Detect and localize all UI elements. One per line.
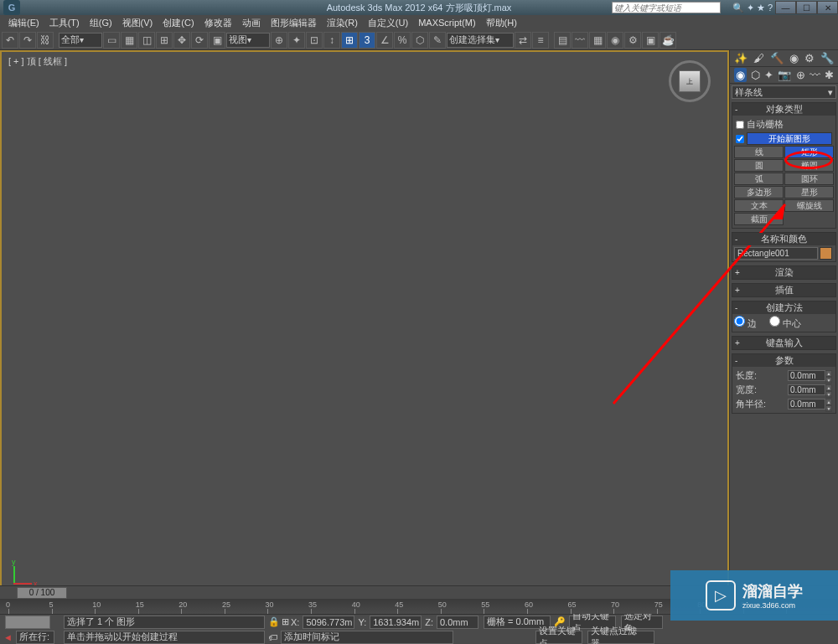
x-coord[interactable]: 5096.773m — [303, 616, 354, 629]
btn-section[interactable]: 截面 — [734, 213, 784, 225]
viewport[interactable]: [ + ] 顶 [ 线框 ] 上 y x — [0, 50, 729, 603]
start-new-check[interactable]: 开始新图形 — [734, 131, 834, 146]
coord-dropdown[interactable]: 视图 ▾ — [226, 33, 270, 48]
menu-animation[interactable]: 动画 — [237, 15, 266, 31]
auto-grid-check[interactable]: 自动栅格 — [734, 117, 834, 131]
category-dropdown[interactable]: 样条线▾ — [732, 85, 836, 99]
timeline-tick[interactable]: 40 — [354, 609, 398, 614]
schematic-button[interactable]: ▦ — [589, 32, 606, 49]
z-coord[interactable]: 0.0mm — [437, 616, 478, 629]
star-icon[interactable]: ★ — [757, 3, 765, 13]
menu-group[interactable]: 组(G) — [85, 15, 117, 31]
corner-spinner[interactable]: ▲▼ — [825, 399, 832, 410]
maximize-button[interactable]: ☐ — [796, 1, 817, 14]
close-button[interactable]: ✕ — [817, 1, 838, 14]
key-filter-button[interactable]: 关键点过滤器... — [587, 631, 654, 644]
create-systems-icon[interactable]: ✱ — [825, 69, 834, 81]
link-button[interactable]: ⛓ — [37, 32, 54, 49]
object-name-input[interactable] — [734, 247, 818, 260]
menu-view[interactable]: 视图(V) — [117, 15, 158, 31]
material-button[interactable]: ◉ — [607, 32, 623, 49]
spinner-snap-button[interactable]: ⬡ — [411, 32, 428, 49]
width-input[interactable] — [788, 384, 825, 395]
axis-button[interactable]: ↕ — [323, 32, 340, 49]
brush-icon[interactable]: 🖌 — [753, 52, 764, 64]
display-icon[interactable]: ◉ — [789, 52, 799, 64]
named-selection-dropdown[interactable]: 创建选择集 ▾ — [447, 33, 514, 48]
btn-helix[interactable]: 螺旋线 — [784, 199, 834, 212]
menu-tools[interactable]: 工具(T) — [44, 15, 85, 31]
object-type-header[interactable]: -对象类型 — [732, 103, 835, 116]
render-setup-button[interactable]: ⚙ — [624, 32, 641, 49]
timeline-tick[interactable]: 30 — [267, 609, 311, 614]
interp-header[interactable]: +插值 — [732, 284, 835, 296]
set-key-button[interactable]: 设置关键点 — [535, 631, 582, 644]
viewcube[interactable]: 上 — [669, 60, 711, 102]
scale-button[interactable]: ▣ — [209, 32, 225, 49]
length-spinner[interactable]: ▲▼ — [825, 370, 832, 381]
y-coord[interactable]: 1631.934m — [370, 616, 422, 629]
timeline-tick[interactable]: 60 — [527, 609, 571, 614]
search-icon[interactable]: 🔍 — [732, 3, 744, 13]
creation-header[interactable]: -创建方法 — [732, 301, 835, 314]
create-cameras-icon[interactable]: 📷 — [778, 69, 791, 81]
pivot-button[interactable]: ⊕ — [271, 32, 287, 49]
timeline-tick[interactable]: 15 — [138, 609, 182, 614]
curr-row[interactable]: 所在行: — [16, 631, 54, 644]
menu-graph[interactable]: 图形编辑器 — [266, 15, 322, 31]
create-geom-icon[interactable]: ◉ — [734, 68, 747, 82]
help-search-input[interactable] — [612, 2, 721, 13]
render-header[interactable]: +渲染 — [732, 266, 835, 279]
menu-render[interactable]: 渲染(R) — [322, 15, 363, 31]
select-button[interactable]: ▭ — [103, 32, 120, 49]
btn-arc[interactable]: 弧 — [734, 173, 784, 185]
object-color-swatch[interactable] — [820, 247, 832, 260]
width-spinner[interactable]: ▲▼ — [825, 384, 832, 395]
timeline-tick[interactable]: 35 — [311, 609, 354, 614]
wand-icon[interactable]: ✨ — [734, 52, 747, 64]
timeline-tick[interactable]: 70 — [613, 609, 657, 614]
edit-named-button[interactable]: ✎ — [429, 32, 446, 49]
tool-icon[interactable]: ✦ — [747, 3, 754, 13]
corner-input[interactable] — [788, 399, 825, 410]
menu-edit[interactable]: 编辑(E) — [3, 15, 44, 31]
manip-button[interactable]: ✦ — [288, 32, 305, 49]
name-color-header[interactable]: -名称和颜色 — [732, 233, 835, 245]
snap-button[interactable]: ⊡ — [306, 32, 323, 49]
radio-edge[interactable]: 边 — [734, 316, 757, 330]
mirror-button[interactable]: ⇄ — [515, 32, 531, 49]
menu-help[interactable]: 帮助(H) — [481, 15, 522, 31]
axis-xy-button[interactable]: ⊞ — [341, 32, 358, 49]
btn-circle[interactable]: 圆 — [734, 159, 784, 172]
params-header[interactable]: -参数 — [732, 354, 835, 367]
timeline-tick[interactable]: 25 — [225, 609, 268, 614]
timeline-tick[interactable]: 20 — [181, 609, 225, 614]
timeline-tick[interactable]: 50 — [441, 609, 484, 614]
layer-button[interactable]: ▤ — [554, 32, 571, 49]
track-thumb[interactable] — [5, 616, 50, 629]
hammer-icon[interactable]: 🔨 — [770, 52, 784, 64]
undo-button[interactable]: ↶ — [2, 32, 18, 49]
time-tag[interactable]: 添加时间标记 — [281, 631, 453, 644]
coord-icon[interactable]: ⊞ — [282, 616, 289, 627]
render-frame-button[interactable]: ▣ — [642, 32, 659, 49]
btn-donut[interactable]: 圆环 — [784, 173, 834, 185]
menu-modifiers[interactable]: 修改器 — [199, 15, 237, 31]
keyboard-header[interactable]: +键盘输入 — [732, 337, 835, 349]
timeline-tick[interactable]: 65 — [571, 609, 614, 614]
scope-dropdown[interactable]: 全部 ▾ — [59, 33, 102, 48]
timeline-tick[interactable]: 55 — [484, 609, 527, 614]
rotate-button[interactable]: ⟳ — [191, 32, 208, 49]
gear-icon[interactable]: ⚙ — [804, 52, 815, 64]
select-region-button[interactable]: ◫ — [138, 32, 155, 49]
btn-text[interactable]: 文本 — [734, 199, 784, 212]
btn-ellipse[interactable]: 椭圆 — [784, 159, 834, 172]
tag-icon[interactable]: 🏷 — [268, 632, 277, 642]
util-icon[interactable]: 🔧 — [820, 52, 834, 64]
create-helpers-icon[interactable]: ⊕ — [796, 69, 805, 81]
select-name-button[interactable]: ▦ — [121, 32, 137, 49]
timeline-tick[interactable]: 45 — [397, 609, 441, 614]
btn-line[interactable]: 线 — [734, 146, 784, 158]
btn-star[interactable]: 星形 — [784, 186, 834, 198]
menu-custom[interactable]: 自定义(U) — [363, 15, 413, 31]
